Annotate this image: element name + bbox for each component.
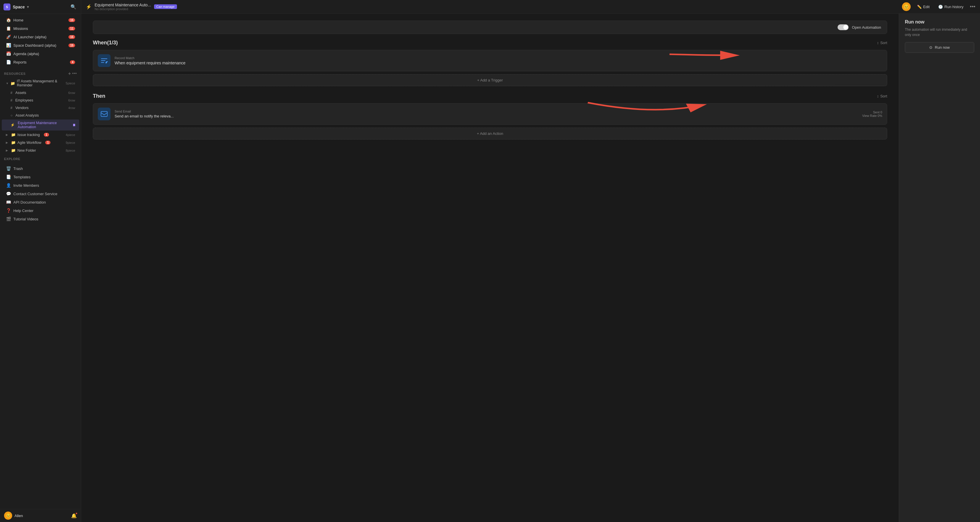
home-badge: 15	[68, 18, 75, 22]
space-avatar: S	[3, 3, 10, 10]
tree-item-it-assets[interactable]: ▼ 📁 IT Assets Management & Reminder 5pie…	[2, 78, 79, 89]
missions-badge: 11	[68, 27, 75, 30]
tree-item-label: Agile Workflow	[18, 141, 41, 145]
more-options-button[interactable]: •••	[970, 4, 975, 10]
agile-badge: 1	[45, 141, 51, 144]
add-action-button[interactable]: + Add an Action	[93, 128, 887, 140]
missions-icon: 📋	[6, 26, 11, 31]
reports-icon: 📄	[6, 60, 11, 64]
action-card[interactable]: Send Email Send an email to notify the r…	[93, 103, 887, 125]
tree-item-asset-analysis[interactable]: ○ Asset Analysis	[2, 112, 79, 119]
tree-item-count: 9piece	[66, 141, 75, 144]
sidebar-footer: 😊 Allen 🔔	[0, 509, 81, 522]
reports-badge: 4	[70, 60, 75, 64]
edit-button[interactable]: ✏️ Edit	[915, 3, 932, 10]
permission-badge: Can manage	[154, 4, 177, 9]
trigger-value: When equipment requires maintenance	[115, 60, 185, 65]
run-now-icon: ⊙	[929, 45, 932, 49]
user-info[interactable]: 😊 Allen	[4, 512, 23, 520]
tree-item-label: Employees	[15, 98, 33, 102]
resources-section-header: Resources + •••	[0, 68, 81, 78]
sidebar: S Space ▾ 🔍 🏠 Home 15 📋 Missions 11 🚀 AI…	[0, 0, 81, 522]
ai-launcher-icon: 🚀	[6, 35, 11, 39]
explore-item-templates[interactable]: 📑 Templates	[2, 173, 79, 181]
trigger-icon	[98, 54, 111, 67]
run-history-button[interactable]: 🕐 Run history	[936, 3, 966, 10]
explore-section: 🗑️ Trash 📑 Templates 👤 Invite Members 💬 …	[0, 162, 81, 225]
tree-item-count: 8piece	[66, 149, 75, 152]
expand-arrow-icon: ▶	[6, 149, 9, 152]
view-rate: View Rate 0%	[862, 114, 882, 117]
explore-item-label: Trash	[13, 167, 23, 171]
sidebar-item-space-dashboard[interactable]: 📊 Space Dashboard (alpha) 15	[2, 41, 79, 49]
then-sort-button[interactable]: ↕ Sort	[877, 94, 887, 98]
notification-bell[interactable]: 🔔	[71, 513, 77, 519]
sidebar-header: S Space ▾ 🔍	[0, 0, 81, 14]
when-title: When(1/3)	[93, 40, 118, 46]
edit-label: Edit	[923, 5, 929, 9]
tree-item-equipment-automation[interactable]: ⚡ Equipment Maintenance Automation ·	[2, 119, 79, 130]
open-automation-label: Open Automation	[852, 25, 881, 30]
tree-item-issue-tracking[interactable]: ▶ 📁 Issue tracking 1 4piece	[2, 131, 79, 138]
main-content: ⚡ Equipment Maintenance Auto... No descr…	[81, 0, 980, 522]
space-dashboard-badge: 15	[68, 43, 75, 47]
space-selector[interactable]: S Space ▾	[3, 3, 29, 10]
action-label: Send Email	[115, 109, 858, 113]
topbar-title-area: Equipment Maintenance Auto... No descrip…	[95, 3, 151, 11]
explore-item-trash[interactable]: 🗑️ Trash	[2, 164, 79, 173]
action-value: Send an email to notify the releva...	[115, 114, 858, 118]
sort-label: Sort	[880, 41, 887, 45]
tree-item-employees[interactable]: # Employees 6row	[2, 97, 79, 104]
when-sort-button[interactable]: ↕ Sort	[877, 41, 887, 45]
tree-item-new-folder[interactable]: ▶ 📁 New Folder 8piece	[2, 147, 79, 154]
invite-icon: 👤	[6, 183, 11, 188]
explore-item-help-center[interactable]: ❓ Help Center	[2, 206, 79, 214]
tree-item-assets[interactable]: # Assets 6row	[2, 89, 79, 96]
sidebar-item-reports[interactable]: 📄 Reports 4	[2, 58, 79, 66]
explore-item-invite-members[interactable]: 👤 Invite Members	[2, 181, 79, 189]
sidebar-item-label: Agenda (alpha)	[13, 52, 39, 56]
action-info: Send Email Send an email to notify the r…	[115, 109, 858, 118]
api-docs-icon: 📖	[6, 200, 11, 205]
sidebar-item-label: AI Launcher (alpha)	[13, 35, 46, 39]
sort-icon: ↕	[877, 41, 879, 45]
explore-item-tutorial-videos[interactable]: 🎬 Tutorial Videos	[2, 215, 79, 223]
explore-item-label: Tutorial Videos	[13, 217, 38, 221]
run-now-button[interactable]: ⊙ Run now	[905, 42, 974, 53]
active-dot: ·	[73, 124, 75, 126]
automation-icon: ⚡	[10, 123, 15, 127]
sidebar-item-label: Space Dashboard (alpha)	[13, 43, 56, 48]
trash-icon: 🗑️	[6, 166, 11, 171]
trigger-info: Record Match When equipment requires mai…	[115, 56, 185, 65]
add-resource-icon[interactable]: +	[68, 71, 71, 76]
topbar-user-avatar: 😊	[902, 2, 911, 11]
tree-item-count: 6row	[68, 91, 75, 95]
tree-item-agile-workflow[interactable]: ▶ 📁 Agile Workflow 1 9piece	[2, 139, 79, 146]
folder-icon: 📁	[11, 133, 16, 137]
sidebar-item-agenda[interactable]: 📅 Agenda (alpha)	[2, 49, 79, 58]
tree-item-vendors[interactable]: # Vendors 4row	[2, 105, 79, 111]
sidebar-item-missions[interactable]: 📋 Missions 11	[2, 24, 79, 32]
edit-icon: ✏️	[917, 5, 922, 9]
tree-item-label: Vendors	[15, 106, 29, 110]
open-automation-bar: Open Automation	[93, 21, 887, 34]
trigger-label: Record Match	[115, 56, 185, 60]
space-dashboard-icon: 📊	[6, 43, 11, 48]
sidebar-item-home[interactable]: 🏠 Home 15	[2, 16, 79, 24]
action-stats: Sent 0 View Rate 0%	[862, 111, 882, 117]
explore-item-api-docs[interactable]: 📖 API Documentation	[2, 198, 79, 206]
explore-item-contact-service[interactable]: 💬 Contact Customer Service	[2, 190, 79, 198]
tree-item-label: Issue tracking	[18, 133, 40, 137]
open-automation-toggle[interactable]	[838, 24, 849, 30]
more-resources-icon[interactable]: •••	[72, 71, 77, 76]
sidebar-item-ai-launcher[interactable]: 🚀 AI Launcher (alpha) 15	[2, 33, 79, 41]
tree-item-label: IT Assets Management & Reminder	[17, 79, 64, 87]
sort-label: Sort	[880, 94, 887, 98]
search-icon[interactable]: 🔍	[69, 3, 78, 11]
explore-item-label: Contact Customer Service	[13, 192, 57, 196]
agenda-icon: 📅	[6, 51, 11, 56]
sidebar-item-label: Reports	[13, 60, 27, 64]
content-area: Open Automation When(1/3) ↕ Sort	[81, 14, 980, 522]
trigger-card[interactable]: Record Match When equipment requires mai…	[93, 50, 887, 71]
add-trigger-button[interactable]: + Add a Trigger	[93, 74, 887, 86]
